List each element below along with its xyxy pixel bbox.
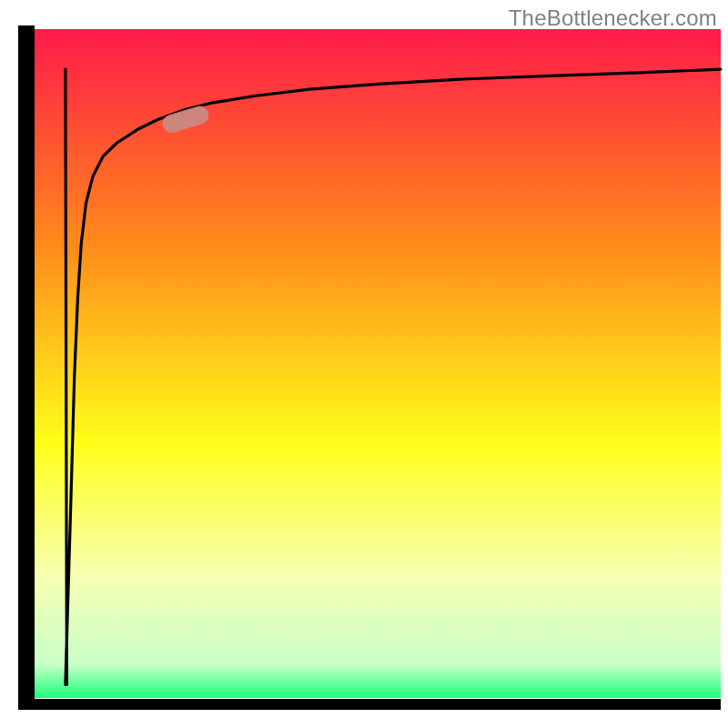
x-axis — [18, 699, 721, 710]
chart-container: TheBottlenecker.com — [0, 0, 728, 728]
watermark-text: TheBottlenecker.com — [509, 5, 717, 31]
chart-svg — [0, 0, 728, 728]
y-axis — [18, 25, 35, 704]
